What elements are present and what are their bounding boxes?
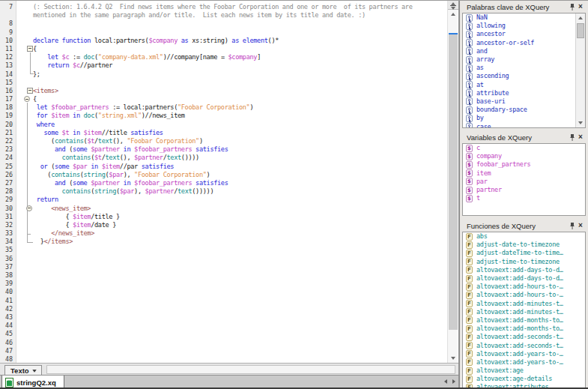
list-item[interactable]: Faltovaext:add-months-to… (463, 325, 585, 333)
code-row[interactable]: 26 (contains(string($par), "Foobar Corpo… (0, 171, 447, 179)
keyword-list-scrollbar[interactable] (575, 13, 585, 127)
list-item[interactable]: Faltovaext:add-minutes-t… (463, 308, 585, 316)
list-item[interactable]: by (463, 114, 585, 122)
list-item[interactable]: Faltovaext:age-details (463, 375, 585, 383)
tab-scroll-right-icon[interactable] (452, 379, 455, 384)
code-row[interactable]: 10declare function local:partners($compa… (0, 37, 447, 45)
code-row[interactable]: 18 let $foobar_partners := local:partner… (0, 103, 447, 112)
fold-toggle-icon[interactable] (24, 96, 30, 102)
list-item[interactable]: ascending (463, 72, 585, 80)
list-item[interactable]: case (463, 122, 585, 128)
code-row[interactable]: 20 where (0, 121, 447, 129)
code-row[interactable]: 30 <news_item> (0, 205, 447, 213)
code-row[interactable]: 44 (0, 322, 447, 330)
list-item[interactable]: Faltovaext:add-years-to-… (463, 350, 585, 358)
code-row[interactable]: 21 some $t in $item//title satisfies (0, 129, 447, 137)
list-item[interactable]: Fabs (463, 232, 585, 241)
list-item[interactable]: attribute (463, 89, 585, 97)
list-item[interactable]: Faltovaext:attributes (463, 383, 585, 389)
code-row[interactable]: mentioned in the same paragraph and/or t… (0, 11, 447, 19)
code-row[interactable]: 32 { $item/date } (0, 221, 447, 229)
code-row[interactable]: 45 (0, 330, 447, 338)
code-row[interactable]: 41 (0, 297, 447, 305)
code-row[interactable]: 34 }</items> (0, 238, 447, 246)
scroll-down-button[interactable] (448, 354, 458, 363)
code-row[interactable]: 15 (0, 79, 447, 87)
fold-toggle-icon[interactable] (27, 88, 33, 94)
list-item[interactable]: at (463, 81, 585, 89)
list-item[interactable]: array (463, 55, 585, 64)
list-item[interactable]: Faltovaext:age (463, 367, 585, 375)
list-item[interactable]: $par (463, 178, 585, 186)
code-row[interactable]: 23 and (some $partner in $foobar_partner… (0, 145, 447, 154)
code-row[interactable]: 8 (0, 19, 447, 28)
list-item[interactable]: Faltovaext:add-hours-to-… (463, 283, 585, 291)
code-row[interactable]: 42 (0, 305, 447, 313)
list-item[interactable]: and (463, 47, 585, 55)
list-item[interactable]: Faltovaext:add-minutes-t… (463, 300, 585, 308)
list-item[interactable]: $partner (463, 186, 585, 194)
code-row[interactable]: 11{ (0, 45, 447, 53)
code-row[interactable]: 48 (0, 355, 447, 363)
code-row[interactable]: 35 (0, 246, 447, 254)
file-tab-stringq2[interactable]: stringQ2.xq (1, 376, 64, 389)
code-row[interactable]: 29 return (0, 196, 447, 204)
list-item[interactable]: $item (463, 169, 585, 178)
split-view-handle[interactable] (448, 1, 458, 10)
list-item[interactable]: ancestor (463, 30, 585, 38)
code-row[interactable]: 43 (0, 313, 447, 322)
code-row[interactable]: 39 (0, 280, 447, 288)
list-item[interactable]: Faltovaext:add-days-to-d… (463, 274, 585, 283)
list-item[interactable]: NaN (463, 13, 585, 22)
editor-vertical-scrollbar[interactable] (447, 1, 458, 363)
code-row[interactable]: 13 return $c//partner (0, 61, 447, 70)
code-row[interactable]: 28 contains(string($par), $partner/text(… (0, 187, 447, 196)
variable-list[interactable]: $c$company$foobar_partners$item$par$part… (462, 143, 586, 216)
function-list[interactable]: FabsFadjust-date-to-timezoneFadjust-date… (462, 232, 586, 389)
fold-toggle-icon[interactable] (27, 46, 33, 52)
list-item[interactable]: $foobar_partners (463, 160, 585, 169)
close-icon[interactable]: × (576, 2, 585, 11)
up-arrow-icon[interactable] (578, 16, 583, 19)
list-item[interactable]: Fadjust-time-to-timezone (463, 258, 585, 266)
code-row[interactable]: 14}; (0, 70, 447, 79)
list-item[interactable]: $company (463, 152, 585, 160)
list-item[interactable]: ancestor-or-self (463, 39, 585, 47)
pin-icon[interactable] (568, 2, 576, 11)
close-icon[interactable]: × (576, 133, 585, 142)
close-icon[interactable]: × (576, 221, 585, 230)
list-item[interactable]: Faltovaext:add-seconds-t… (463, 333, 585, 341)
code-row[interactable]: 24 contains($t/text(), $partner/text()))… (0, 154, 447, 162)
list-item[interactable]: $t (463, 194, 585, 202)
code-row[interactable]: 9 (0, 28, 447, 37)
code-row[interactable]: 16<items> (0, 87, 447, 95)
scrollbar-thumb[interactable] (577, 23, 584, 38)
scrollbar-thumb[interactable] (449, 33, 458, 330)
list-item[interactable]: Faltovaext:add-seconds-t… (463, 341, 585, 349)
list-item[interactable]: Faltovaext:add-months-to… (463, 316, 585, 325)
list-item[interactable]: allowing (463, 22, 585, 30)
code-row[interactable]: 33 </news_item> (0, 229, 447, 238)
pin-icon[interactable] (568, 221, 576, 230)
down-arrow-icon[interactable] (578, 121, 583, 124)
code-row[interactable]: 19 for $item in doc("string.xml")//news_… (0, 112, 447, 120)
code-row[interactable]: 27 and (some $partner in $foobar_partner… (0, 179, 447, 187)
horizontal-scrollbar-track[interactable] (46, 365, 455, 374)
keyword-list[interactable]: NaNallowingancestorancestor-or-selfandar… (462, 13, 586, 128)
fold-toggle-icon[interactable] (26, 205, 32, 211)
code-row[interactable]: 37 (0, 263, 447, 271)
list-item[interactable]: Fadjust-date-to-timezone (463, 241, 585, 249)
code-row[interactable]: 17{ (0, 95, 447, 103)
code-row[interactable]: 47 (0, 347, 447, 355)
code-row[interactable]: 31 { $item/title } (0, 213, 447, 221)
list-item[interactable]: as (463, 64, 585, 72)
code-row[interactable]: 22 (contains($t/text(), "Foobar Corporat… (0, 137, 447, 145)
code-row[interactable]: 40 (0, 288, 447, 296)
list-item[interactable]: Fadjust-dateTime-to-time… (463, 249, 585, 257)
code-row[interactable]: 36 (0, 255, 447, 263)
list-item[interactable]: boundary-space (463, 106, 585, 114)
list-item[interactable]: Faltovaext:add-hours-to-… (463, 291, 585, 299)
code-row[interactable]: 46 (0, 339, 447, 347)
scroll-up-button[interactable] (448, 10, 458, 19)
code-editor[interactable]: 7(: Section: 1.6.4.2 Q2 Find news items … (0, 1, 447, 363)
